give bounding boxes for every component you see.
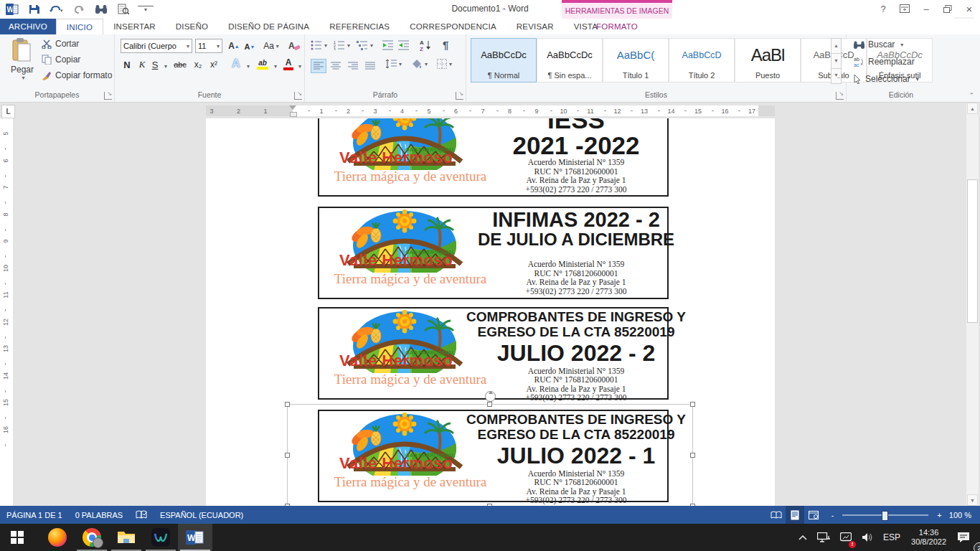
line-spacing-button[interactable]: ▾: [385, 59, 402, 69]
tab-inicio[interactable]: INICIO: [56, 19, 103, 34]
tab-referencias[interactable]: REFERENCIAS: [319, 19, 400, 34]
page-indicator[interactable]: PÁGINA 1 DE 1: [0, 506, 69, 524]
tray-expand-chevron[interactable]: [793, 524, 812, 551]
rotation-handle[interactable]: [485, 391, 496, 402]
cut-button[interactable]: Cortar: [42, 39, 79, 49]
decrease-indent-button[interactable]: [382, 40, 394, 50]
underline-caret[interactable]: ▾: [164, 63, 167, 70]
change-case-button[interactable]: Aa▾: [261, 39, 281, 53]
left-indent-marker[interactable]: [290, 112, 297, 117]
taskbar-clock[interactable]: 14:36 30/8/2022: [905, 528, 952, 547]
increase-indent-button[interactable]: [398, 40, 410, 50]
security-alert-icon[interactable]: !: [835, 524, 857, 551]
close-button[interactable]: ×: [958, 0, 980, 17]
zoom-slider[interactable]: [842, 514, 928, 516]
text-effects-caret[interactable]: ▾: [247, 63, 250, 70]
read-mode-button[interactable]: [767, 506, 786, 524]
select-menu-button[interactable]: Seleccionar▾: [854, 74, 919, 84]
align-right-button[interactable]: [345, 59, 361, 73]
portapapeles-dialog-launcher[interactable]: ↘: [104, 92, 112, 100]
tab-diseno-de-pagina[interactable]: DISEÑO DE PÁGINA: [218, 19, 319, 34]
grow-font-button[interactable]: A▲: [227, 39, 241, 53]
volume-icon[interactable]: [857, 524, 878, 551]
taskbar-explorer-icon[interactable]: [109, 524, 143, 551]
align-left-button[interactable]: [311, 59, 326, 73]
zoom-level[interactable]: 100 %: [949, 511, 980, 519]
style-normal[interactable]: AaBbCcDc¶ Normal: [471, 38, 537, 83]
tab-selector-button[interactable]: L: [1, 105, 15, 118]
selection-handle-top-left[interactable]: [285, 402, 290, 407]
borders-button[interactable]: ▾: [437, 59, 452, 69]
format-painter-button[interactable]: Copiar formato: [42, 70, 112, 80]
zoom-slider-thumb[interactable]: [882, 511, 888, 521]
text-effects-button[interactable]: A: [228, 56, 244, 72]
justify-button[interactable]: [362, 59, 378, 73]
restore-button[interactable]: [937, 0, 958, 17]
font-color-caret[interactable]: ▾: [298, 63, 301, 70]
font-color-button[interactable]: A: [281, 56, 296, 72]
selection-handle-middle-right[interactable]: [690, 453, 695, 458]
notification-center-icon[interactable]: 2: [952, 524, 980, 551]
tab-correspondencia[interactable]: CORRESPONDENCIA: [400, 19, 507, 34]
print-layout-button[interactable]: [786, 506, 804, 524]
styles-more-button[interactable]: ▼̲: [831, 69, 842, 84]
scroll-up-arrow[interactable]: ▲: [967, 103, 978, 114]
font-name-combo[interactable]: Calibri (Cuerpo▾: [121, 39, 192, 53]
show-marks-button[interactable]: ¶: [443, 39, 448, 51]
letterhead-image-block[interactable]: Valle Hermoso GAD PARROQUIAL Tierra mági…: [318, 410, 669, 502]
document-page[interactable]: Valle Hermoso GAD PARROQUIAL Tierra mági…: [206, 118, 775, 506]
taskbar-word-icon[interactable]: W: [178, 524, 212, 551]
zoom-in-button[interactable]: +: [934, 511, 948, 519]
estilos-dialog-launcher[interactable]: ↘: [836, 92, 844, 100]
tab-insertar[interactable]: INSERTAR: [103, 19, 166, 34]
tab-revisar[interactable]: REVISAR: [507, 19, 564, 34]
scrollbar-thumb[interactable]: [967, 179, 978, 323]
subscript-button[interactable]: x₂: [191, 57, 205, 72]
help-button[interactable]: ?: [872, 0, 894, 17]
underline-button[interactable]: S: [149, 57, 161, 72]
sort-button[interactable]: AZ: [420, 39, 433, 52]
vertical-scrollbar[interactable]: ▲ ▼: [966, 103, 979, 506]
font-size-combo[interactable]: 11▾: [195, 39, 222, 53]
language-indicator[interactable]: ESPAÑOL (ECUADOR): [154, 506, 250, 524]
proofing-status-icon[interactable]: [129, 506, 154, 524]
shrink-font-button[interactable]: A▼: [242, 40, 257, 53]
highlight-button[interactable]: ab: [254, 56, 271, 72]
style-titulo-1[interactable]: AaBbC(Título 1: [603, 38, 669, 83]
taskbar-webex-icon[interactable]: [143, 524, 178, 551]
minimize-button[interactable]: –: [915, 0, 937, 17]
tab-diseno[interactable]: DISEÑO: [166, 19, 218, 34]
taskbar-firefox-icon[interactable]: [40, 524, 75, 551]
highlight-caret[interactable]: ▾: [274, 63, 277, 70]
superscript-button[interactable]: x²: [207, 57, 221, 72]
paste-button[interactable]: Pegar ▾: [6, 38, 39, 81]
taskbar-chrome-icon[interactable]: [75, 524, 109, 551]
tab-formato[interactable]: FORMATO: [562, 19, 672, 34]
style-puesto[interactable]: AaBlPuesto: [735, 38, 801, 83]
parrafo-dialog-launcher[interactable]: ↘: [456, 92, 463, 100]
bullets-button[interactable]: ▾: [311, 40, 327, 50]
styles-scroll-up[interactable]: ▲: [831, 38, 842, 54]
collapse-ribbon-button[interactable]: ⌃: [969, 92, 974, 99]
style-titulo-2[interactable]: AaBbCcDTítulo 2: [669, 38, 735, 83]
align-center-button[interactable]: [328, 59, 344, 73]
web-layout-button[interactable]: [804, 506, 823, 524]
zoom-out-button[interactable]: -: [823, 511, 837, 519]
network-icon[interactable]: [812, 524, 835, 551]
selection-handle-middle-left[interactable]: [285, 453, 290, 458]
selection-handle-top-right[interactable]: [690, 402, 695, 407]
ribbon-display-options-button[interactable]: [894, 0, 915, 17]
strikethrough-button[interactable]: abc: [171, 57, 189, 72]
language-switcher[interactable]: ESP: [878, 524, 905, 551]
numbering-button[interactable]: 123▾: [334, 40, 350, 50]
clear-formatting-button[interactable]: A: [287, 39, 301, 53]
tab-archivo[interactable]: ARCHIVO: [0, 19, 56, 34]
word-count[interactable]: 0 PALABRAS: [69, 506, 129, 524]
letterhead-image-block[interactable]: Valle Hermoso GAD PARROQUIAL Tierra mági…: [318, 307, 669, 400]
multilevel-list-button[interactable]: ▾: [357, 40, 373, 50]
selection-handle-top-center[interactable]: [487, 402, 492, 407]
fuente-dialog-launcher[interactable]: ↘: [294, 92, 302, 100]
find-menu-button[interactable]: Buscar▾: [854, 39, 903, 50]
italic-button[interactable]: K: [136, 57, 148, 72]
copy-button[interactable]: Copiar: [42, 55, 80, 65]
